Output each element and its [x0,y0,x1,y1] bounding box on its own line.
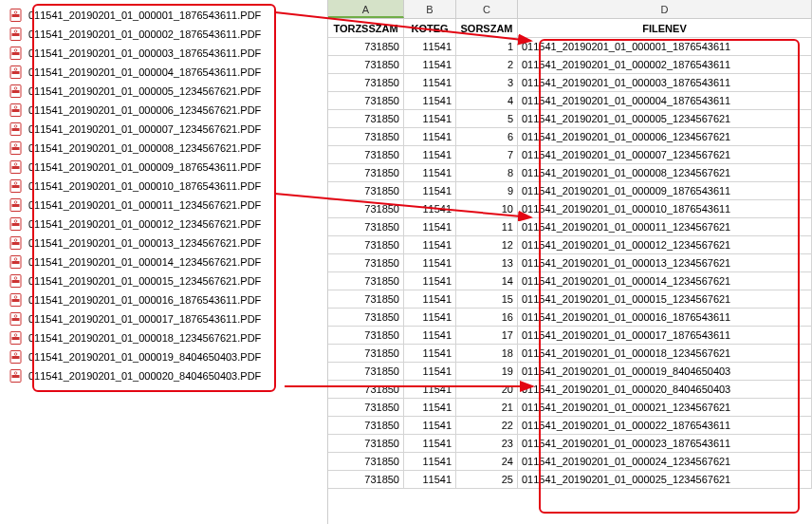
table-row[interactable]: 731850115416011541_20190201_01_000006_12… [328,128,812,146]
file-item[interactable]: 011541_20190201_01_000014_1234567621.PDF [9,253,327,271]
table-row[interactable]: 7318501154123011541_20190201_01_000023_1… [328,435,812,453]
table-row[interactable]: 7318501154113011541_20190201_01_000013_1… [328,254,812,272]
table-row[interactable]: 7318501154119011541_20190201_01_000019_8… [328,363,812,381]
cell-b[interactable]: 11541 [404,327,456,344]
cell-a[interactable]: 731850 [328,164,404,181]
cell-a[interactable]: 731850 [328,471,404,488]
column-header-b[interactable]: B [404,0,456,18]
cell-b[interactable]: 11541 [404,92,456,109]
cell-d[interactable]: 011541_20190201_01_000010_1876543611 [518,200,812,217]
cell-b[interactable]: 11541 [404,363,456,380]
file-item[interactable]: 011541_20190201_01_000010_1876543611.PDF [9,177,327,196]
table-row[interactable]: 7318501154116011541_20190201_01_000016_1… [328,309,812,327]
cell-a[interactable]: 731850 [328,363,404,380]
file-item[interactable]: 011541_20190201_01_000004_1876543611.PDF [9,63,327,82]
cell-d[interactable]: 011541_20190201_01_000004_1876543611 [518,92,812,109]
cell-b[interactable]: 11541 [404,38,456,55]
cell-d[interactable]: 011541_20190201_01_000005_1234567621 [518,110,812,127]
table-row[interactable]: 731850115414011541_20190201_01_000004_18… [328,92,812,110]
file-item[interactable]: 011541_20190201_01_000005_1234567621.PDF [9,82,327,101]
cell-c[interactable]: 23 [456,435,518,452]
file-item[interactable]: 011541_20190201_01_000007_1234567621.PDF [9,120,327,139]
file-item[interactable]: 011541_20190201_01_000008_1234567621.PDF [9,139,327,158]
cell-c[interactable]: 19 [456,363,518,380]
cell-a[interactable]: 731850 [328,38,404,55]
cell-c[interactable]: 6 [456,128,518,145]
cell-b[interactable]: 11541 [404,128,456,145]
cell-a[interactable]: 731850 [328,74,404,91]
file-item[interactable]: 011541_20190201_01_000017_1876543611.PDF [9,309,327,328]
cell-d[interactable]: 011541_20190201_01_000016_1876543611 [518,309,812,326]
cell-c[interactable]: 13 [456,254,518,271]
table-row[interactable]: 731850115415011541_20190201_01_000005_12… [328,110,812,128]
cell-c[interactable]: 2 [456,56,518,73]
table-row[interactable]: 731850115417011541_20190201_01_000007_12… [328,146,812,164]
cell-d[interactable]: 011541_20190201_01_000021_1234567621 [518,399,812,416]
cell-c[interactable]: 21 [456,399,518,416]
file-item[interactable]: 011541_20190201_01_000011_1234567621.PDF [9,196,327,215]
cell-c[interactable]: 18 [456,345,518,362]
cell-b[interactable]: 11541 [404,200,456,217]
file-item[interactable]: 011541_20190201_01_000013_1234567621.PDF [9,234,327,253]
cell-b[interactable]: 11541 [404,435,456,452]
cell-d[interactable]: 011541_20190201_01_000014_1234567621 [518,272,812,290]
cell-a[interactable]: 731850 [328,128,404,145]
cell-b[interactable]: 11541 [404,345,456,362]
cell-a[interactable]: 731850 [328,254,404,271]
cell-d[interactable]: 011541_20190201_01_000009_1876543611 [518,182,812,199]
cell-b[interactable]: 11541 [404,254,456,271]
cell-d[interactable]: 011541_20190201_01_000022_1876543611 [518,417,812,434]
file-item[interactable]: 011541_20190201_01_000015_1234567621.PDF [9,271,327,290]
cell-b[interactable]: 11541 [404,272,456,290]
table-row[interactable]: 7318501154117011541_20190201_01_000017_1… [328,327,812,345]
table-row[interactable]: 7318501154124011541_20190201_01_000024_1… [328,453,812,471]
cell-b[interactable]: 11541 [404,74,456,91]
cell-d[interactable]: 011541_20190201_01_000015_1234567621 [518,290,812,308]
file-item[interactable]: 011541_20190201_01_000002_1876543611.PDF [9,25,327,44]
cell-a[interactable]: 731850 [328,200,404,217]
cell-c[interactable]: 24 [456,453,518,470]
cell-a[interactable]: 731850 [328,272,404,290]
cell-b[interactable]: 11541 [404,218,456,235]
file-item[interactable]: 011541_20190201_01_000006_1234567621.PDF [9,101,327,120]
header-koteg[interactable]: KOTEG [404,19,456,37]
cell-d[interactable]: 011541_20190201_01_000001_1876543611 [518,38,812,55]
cell-a[interactable]: 731850 [328,110,404,127]
cell-b[interactable]: 11541 [404,309,456,326]
cell-b[interactable]: 11541 [404,164,456,181]
cell-a[interactable]: 731850 [328,399,404,416]
cell-d[interactable]: 011541_20190201_01_000019_8404650403 [518,363,812,380]
table-row[interactable]: 731850115411011541_20190201_01_000001_18… [328,38,812,56]
cell-d[interactable]: 011541_20190201_01_000003_1876543611 [518,74,812,91]
file-item[interactable]: 011541_20190201_01_000020_8404650403.PDF [9,366,327,385]
table-row[interactable]: 7318501154110011541_20190201_01_000010_1… [328,200,812,218]
cell-a[interactable]: 731850 [328,417,404,434]
cell-d[interactable]: 011541_20190201_01_000006_1234567621 [518,128,812,145]
cell-c[interactable]: 20 [456,381,518,398]
header-sorszam[interactable]: SORSZAM [456,19,518,37]
table-row[interactable]: 7318501154112011541_20190201_01_000012_1… [328,236,812,254]
file-item[interactable]: 011541_20190201_01_000009_1876543611.PDF [9,158,327,177]
header-filenev[interactable]: FILENEV [518,19,812,37]
table-row[interactable]: 7318501154115011541_20190201_01_000015_1… [328,290,812,309]
cell-c[interactable]: 4 [456,92,518,109]
cell-b[interactable]: 11541 [404,110,456,127]
cell-a[interactable]: 731850 [328,218,404,235]
column-header-c[interactable]: C [456,0,518,18]
cell-a[interactable]: 731850 [328,290,404,308]
cell-d[interactable]: 011541_20190201_01_000023_1876543611 [518,435,812,452]
cell-a[interactable]: 731850 [328,435,404,452]
cell-d[interactable]: 011541_20190201_01_000002_1876543611 [518,56,812,73]
cell-d[interactable]: 011541_20190201_01_000011_1234567621 [518,218,812,235]
cell-a[interactable]: 731850 [328,92,404,109]
cell-c[interactable]: 8 [456,164,518,181]
cell-d[interactable]: 011541_20190201_01_000018_1234567621 [518,345,812,362]
file-item[interactable]: 011541_20190201_01_000018_1234567621.PDF [9,328,327,347]
cell-a[interactable]: 731850 [328,236,404,253]
cell-d[interactable]: 011541_20190201_01_000020_8404650403 [518,381,812,398]
cell-d[interactable]: 011541_20190201_01_000008_1234567621 [518,164,812,181]
cell-c[interactable]: 3 [456,74,518,91]
file-item[interactable]: 011541_20190201_01_000001_1876543611.PDF [9,6,327,25]
file-item[interactable]: 011541_20190201_01_000019_8404650403.PDF [9,347,327,366]
table-row[interactable]: 731850115412011541_20190201_01_000002_18… [328,56,812,74]
